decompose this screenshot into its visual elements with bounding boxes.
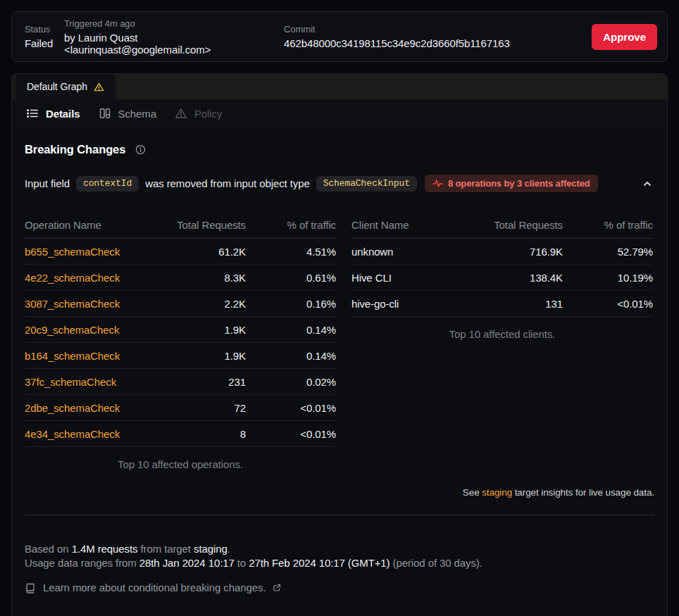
commit-label: Commit (284, 24, 592, 34)
warning-triangle-icon (175, 107, 187, 120)
section-divider (25, 515, 654, 515)
learn-more-link[interactable]: Learn more about conditional breaking ch… (25, 582, 281, 593)
table-row: b655_schemaCheck 61.2K 4.51% (25, 239, 336, 265)
column-traffic: % of traffic (563, 219, 653, 231)
column-traffic: % of traffic (246, 219, 336, 231)
triggered-label: Triggered 4m ago (64, 18, 284, 29)
operation-link[interactable]: b655_schemaCheck (25, 246, 120, 258)
list-icon (26, 107, 39, 120)
graph-tabstrip: Default Graph (12, 74, 667, 99)
status-column: Status Failed (25, 24, 64, 49)
traffic-value: 0.14% (246, 350, 336, 362)
usage-tables: Operation Name Total Requests % of traff… (25, 213, 654, 470)
requests-total: 1.4M requests (72, 543, 138, 555)
check-summary-bar: Status Failed Triggered 4m ago by Laurin… (11, 11, 668, 62)
affected-badge-label: 8 operations by 3 clients affected (448, 178, 590, 189)
operations-table-caption: Top 10 affected operations. (25, 458, 336, 470)
collapse-chevron-up-icon[interactable] (640, 177, 654, 191)
usage-footnote: Based on 1.4M requests from target stagi… (25, 542, 654, 570)
triggered-by: by Laurin Quast <laurinquast@googlemail.… (64, 32, 284, 56)
staging-target-link[interactable]: staging (482, 487, 512, 498)
footnote-line-1: Based on 1.4M requests from target stagi… (25, 542, 654, 556)
operation-link[interactable]: 2dbe_schemaCheck (25, 402, 120, 414)
table-row: unknown 716.9K 52.79% (351, 239, 653, 265)
requests-value: 716.9K (468, 246, 563, 258)
requests-value: 138.4K (468, 272, 563, 284)
operation-link[interactable]: b164_schemaCheck (25, 350, 120, 362)
traffic-value: 4.51% (246, 246, 336, 258)
status-value: Failed (25, 37, 64, 49)
traffic-value: <0.01% (246, 428, 336, 440)
table-row: hive-go-cli 131 <0.01% (351, 291, 653, 317)
change-text-prefix: Input field (25, 177, 70, 189)
tab-schema[interactable]: Schema (99, 107, 156, 120)
insights-note-suffix: target insights for live usage data. (515, 487, 654, 498)
triggered-column: Triggered 4m ago by Laurin Quast <laurin… (64, 18, 284, 56)
client-name: hive-go-cli (351, 298, 468, 310)
info-icon[interactable] (135, 144, 146, 155)
column-operation-name: Operation Name (25, 219, 151, 231)
commit-hash: 462b48000c34198115c34e9c2d3660f5b1167163 (284, 37, 592, 49)
footnote-text: (period of 30 days). (393, 557, 482, 569)
operation-link[interactable]: 37fc_schemaCheck (25, 376, 116, 388)
operation-link[interactable]: 4e34_schemaCheck (25, 428, 120, 440)
requests-value: 8.3K (151, 272, 246, 284)
table-row: 4e34_schemaCheck 8 <0.01% (25, 421, 336, 447)
tab-policy[interactable]: Policy (175, 107, 222, 120)
insights-note-prefix: See (463, 487, 480, 498)
graph-tab-label: Default Graph (27, 81, 87, 92)
requests-value: 131 (468, 298, 563, 310)
table-row: 37fc_schemaCheck 231 0.02% (25, 369, 336, 395)
external-link-icon (273, 584, 281, 592)
requests-value: 8 (151, 428, 246, 440)
requests-value: 61.2K (151, 246, 246, 258)
range-start-date: 28th Jan 2024 10:17 (139, 557, 235, 569)
check-subnav: Details Schema Policy (12, 99, 667, 127)
operations-table: Operation Name Total Requests % of traff… (25, 213, 336, 470)
traffic-value: 0.14% (246, 324, 336, 336)
insights-note: See staging target insights for live usa… (25, 487, 654, 498)
breaking-change-row[interactable]: Input field contextId was removed from i… (25, 175, 654, 192)
traffic-value: 0.61% (246, 272, 336, 284)
breaking-changes-header: Breaking Changes (25, 143, 654, 156)
requests-value: 72 (151, 402, 246, 414)
tab-schema-label: Schema (118, 108, 156, 120)
table-row: 2dbe_schemaCheck 72 <0.01% (25, 395, 336, 421)
pulse-icon (432, 178, 443, 189)
warning-icon (94, 82, 104, 92)
schema-icon (99, 107, 111, 120)
range-end-date: 27th Feb 2024 10:17 (GMT+1) (249, 557, 390, 569)
traffic-value: 0.02% (246, 376, 336, 388)
affected-operations-badge: 8 operations by 3 clients affected (425, 175, 598, 192)
column-client-name: Client Name (351, 219, 468, 231)
field-name-chip: contextId (76, 176, 139, 191)
table-row: 20c9_schemaCheck 1.9K 0.14% (25, 317, 336, 343)
operation-link[interactable]: 4e22_schemaCheck (25, 272, 120, 284)
requests-value: 231 (151, 376, 246, 388)
approve-button[interactable]: Approve (592, 24, 657, 50)
commit-column: Commit 462b48000c34198115c34e9c2d3660f5b… (284, 24, 592, 49)
tab-policy-label: Policy (194, 108, 222, 120)
traffic-value: <0.01% (246, 402, 336, 414)
operation-link[interactable]: 3087_schemaCheck (25, 298, 120, 310)
target-name: staging (194, 543, 228, 555)
footnote-text: Based on (25, 543, 69, 555)
learn-more-label: Learn more about conditional breaking ch… (43, 582, 266, 593)
change-text-middle: was removed from input object type (145, 177, 309, 189)
operation-link[interactable]: 20c9_schemaCheck (25, 324, 119, 336)
schema-check-card: Default Graph Details (11, 73, 668, 616)
requests-value: 1.9K (151, 350, 246, 362)
footnote-line-2: Usage data ranges from 28th Jan 2024 10:… (25, 556, 654, 570)
table-row: 4e22_schemaCheck 8.3K 0.61% (25, 265, 336, 291)
clients-table: Client Name Total Requests % of traffic … (351, 213, 653, 470)
clients-table-caption: Top 10 affected clients. (351, 328, 653, 340)
tab-default-graph[interactable]: Default Graph (15, 74, 116, 99)
status-label: Status (25, 24, 64, 34)
operations-table-header: Operation Name Total Requests % of traff… (25, 213, 336, 239)
traffic-value: 52.79% (563, 246, 653, 258)
tab-details-label: Details (46, 108, 80, 120)
details-panel: Breaking Changes Input field contextId w… (12, 127, 667, 593)
footnote-text: Usage data ranges from (25, 557, 137, 569)
tab-details[interactable]: Details (26, 107, 80, 120)
column-total-requests: Total Requests (151, 219, 246, 231)
